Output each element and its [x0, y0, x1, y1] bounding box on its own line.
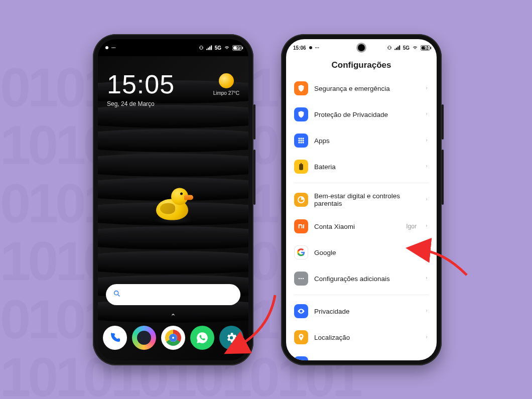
gallery-app-icon[interactable]: [132, 326, 156, 350]
chevron-right-icon: [425, 162, 429, 171]
clock-date: Seg, 24 de Março: [107, 100, 175, 107]
mi-icon: [294, 219, 308, 233]
status-left-text: ···: [111, 45, 115, 51]
row-label: Proteção de Privacidade: [314, 111, 419, 118]
row-additional[interactable]: Configurações adicionais: [292, 265, 431, 292]
row-location[interactable]: Localização: [292, 324, 431, 350]
clock-time: 15:05: [107, 69, 175, 99]
row-miaccount[interactable]: Conta XiaomiIgor: [292, 213, 431, 239]
wellbeing-icon: [294, 193, 308, 207]
notification-dot-icon: [309, 46, 313, 50]
battery-percent: 94: [425, 45, 430, 50]
svg-rect-10: [430, 46, 431, 49]
svg-point-17: [298, 142, 300, 143]
row-sub: Igor: [406, 223, 417, 230]
row-label: Localização: [314, 334, 419, 341]
network-label: 5G: [403, 45, 410, 51]
home-content: 15:05 Seg, 24 de Março Limpo 27°C: [98, 56, 248, 360]
weather-widget[interactable]: Limpo 27°C: [213, 73, 239, 96]
signal-icon: [206, 45, 212, 50]
row-label: Segurança e emergência: [314, 85, 419, 92]
chevron-right-icon: [425, 307, 429, 316]
row-label: Privacidade: [314, 308, 419, 315]
camera-notch: [358, 44, 365, 51]
chevron-right-icon: [425, 195, 429, 204]
apps-icon: [294, 134, 308, 148]
chevron-right-icon: [425, 333, 429, 342]
status-time: 15:06: [293, 45, 306, 51]
wifi-icon: [412, 45, 418, 50]
row-label: Feedback: [314, 360, 419, 361]
search-icon: [113, 290, 125, 300]
svg-point-25: [303, 278, 304, 280]
chat-icon: [294, 356, 308, 360]
signal-icon: [394, 45, 401, 50]
chrome-app-icon[interactable]: [161, 326, 185, 350]
settings-screen: 15:06 ··· 5G: [286, 39, 437, 360]
chevron-right-icon: [425, 84, 429, 93]
row-apps[interactable]: Apps: [292, 127, 431, 154]
phone-app-icon[interactable]: [103, 326, 127, 350]
camera-notch: [170, 44, 177, 51]
svg-point-12: [300, 138, 302, 139]
weather-text: Limpo 27°C: [213, 90, 239, 96]
home-screen: ··· 5G 95: [98, 39, 248, 360]
wifi-icon: [224, 45, 230, 50]
svg-point-14: [298, 140, 300, 141]
row-feedback[interactable]: Feedback: [292, 350, 431, 360]
status-left-text: ···: [315, 45, 319, 51]
phone-settings: 15:06 ··· 5G: [281, 34, 442, 365]
svg-rect-7: [388, 46, 390, 50]
vibrate-icon: [199, 45, 204, 50]
wallpaper-duck: [153, 188, 193, 223]
chevron-right-icon: [425, 136, 429, 145]
vibrate-icon: [387, 45, 392, 50]
notification-dot-icon: [105, 46, 109, 50]
row-label: Apps: [314, 137, 419, 145]
svg-point-0: [105, 46, 108, 49]
sun-icon: [219, 73, 234, 88]
svg-rect-4: [242, 46, 243, 49]
row-google[interactable]: Google: [292, 239, 431, 265]
whatsapp-app-icon[interactable]: [190, 326, 214, 350]
chevron-right-icon: [425, 222, 429, 231]
svg-point-13: [302, 138, 304, 139]
separator: [294, 183, 429, 183]
shield-icon: [294, 107, 308, 121]
eye-icon: [294, 304, 308, 318]
row-label: Google: [314, 249, 419, 256]
svg-point-18: [300, 142, 302, 143]
search-bar[interactable]: [106, 284, 240, 305]
row-wellbeing[interactable]: Bem-estar digital e controles parentais: [292, 186, 431, 213]
google-icon: [294, 245, 308, 259]
svg-point-5: [114, 291, 118, 295]
svg-rect-20: [299, 164, 303, 170]
battery-icon: [294, 160, 308, 174]
pin-icon: [294, 330, 308, 344]
search-input[interactable]: [125, 291, 233, 299]
settings-title: Configurações: [286, 56, 437, 75]
chevron-right-icon: [425, 274, 429, 283]
row-security[interactable]: Segurança e emergência: [292, 75, 431, 101]
svg-point-19: [302, 142, 304, 143]
settings-list[interactable]: Segurança e emergênciaProteção de Privac…: [286, 75, 437, 360]
svg-rect-21: [301, 163, 302, 164]
row-label: Bem-estar digital e controles parentais: [314, 192, 419, 207]
separator: [294, 295, 429, 295]
dots-icon: [294, 272, 308, 286]
dock: [98, 322, 248, 353]
tutorial-stage: ··· 5G 95: [0, 0, 532, 399]
clock-widget[interactable]: 15:05 Seg, 24 de Março: [107, 69, 175, 107]
svg-rect-1: [200, 46, 202, 50]
row-label: Configurações adicionais: [314, 275, 419, 283]
svg-point-24: [301, 278, 302, 280]
svg-point-15: [300, 140, 302, 141]
row-privacy[interactable]: Proteção de Privacidade: [292, 101, 431, 127]
chevron-right-icon: [425, 248, 429, 257]
row-privacy2[interactable]: Privacidade: [292, 298, 431, 324]
app-drawer-handle[interactable]: [169, 310, 177, 319]
settings-app-icon[interactable]: [219, 326, 243, 350]
svg-point-16: [302, 140, 304, 141]
row-battery[interactable]: Bateria: [292, 154, 431, 180]
svg-point-11: [298, 138, 300, 139]
